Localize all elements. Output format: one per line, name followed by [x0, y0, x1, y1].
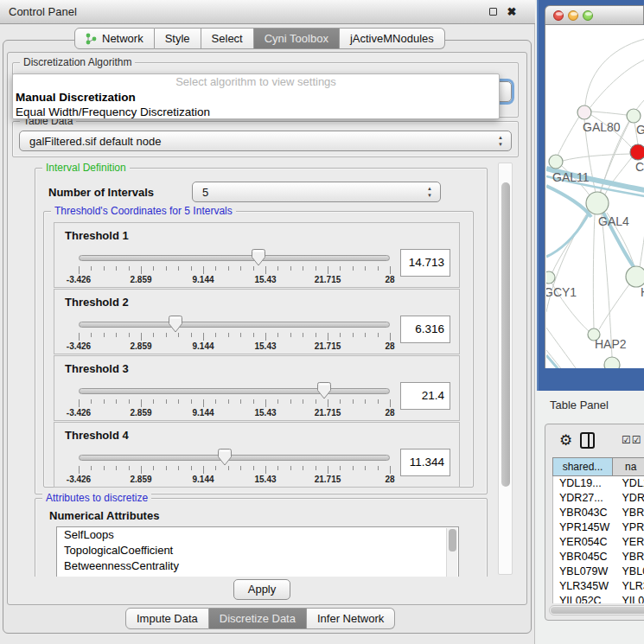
table-row[interactable]: YPR145WYPR1 — [553, 520, 644, 535]
bottom-tab-discretize-data[interactable]: Discretize Data — [209, 608, 307, 629]
dropdown-placeholder-item[interactable]: Select algorithm to view settings — [13, 74, 499, 90]
bottom-tab-impute-data[interactable]: Impute Data — [125, 608, 209, 629]
numerical-attributes-list[interactable]: SelfLoopsTopologicalCoefficientBetweenne… — [56, 526, 459, 577]
table-row[interactable]: YBR045CYBR0 — [553, 550, 644, 564]
tab-jactivemnodules[interactable]: jActiveMNodules — [340, 28, 445, 49]
tick-mark — [228, 333, 229, 337]
dropdown-item[interactable]: Manual Discretization — [13, 90, 499, 105]
network-node-h[interactable] — [626, 266, 644, 287]
cell-name: YPR1 — [614, 520, 644, 535]
threshold-value-field[interactable]: 14.713 — [400, 249, 450, 277]
attribute-list-item[interactable]: BetweennessCentrality — [57, 558, 458, 574]
apply-button[interactable]: Apply — [233, 579, 290, 600]
dropdown-item[interactable]: Equal Width/Frequency Discretization — [13, 105, 499, 119]
network-edge[interactable] — [585, 39, 644, 105]
spinner-arrows-icon[interactable]: ▲▼ — [427, 185, 432, 199]
tick-label: 21.715 — [315, 275, 341, 284]
network-edge[interactable] — [599, 284, 629, 329]
cell-shared-name: YIL052C — [553, 594, 614, 603]
table-row[interactable]: YBR043CYBR0 — [553, 506, 644, 520]
tick-mark — [378, 399, 379, 404]
tick-mark — [265, 333, 266, 341]
num-intervals-spinner[interactable]: 5 ▲▼ — [192, 182, 441, 202]
threshold-value-field[interactable]: 21.4 — [400, 382, 450, 410]
table-row[interactable]: YDR27...YDR2 — [553, 491, 644, 506]
table-row[interactable]: YLR345WYLR3 — [553, 579, 644, 594]
minimize-traffic-light-icon[interactable] — [568, 10, 578, 21]
network-node-c[interactable] — [630, 144, 644, 160]
tab-network[interactable]: Network — [74, 28, 155, 49]
column-layout-icon[interactable] — [580, 432, 595, 449]
network-edge[interactable] — [640, 233, 644, 267]
threshold-slider[interactable]: -3.4262.8599.14415.4321.71528 — [79, 317, 390, 352]
cell-name: YBR0 — [614, 506, 644, 520]
tick-label: 9.144 — [192, 275, 214, 284]
table-row[interactable]: YIL052CYIL0 — [553, 594, 644, 603]
threshold-slider[interactable]: -3.4262.8599.14415.4321.71528 — [79, 384, 390, 418]
tick-mark — [215, 333, 216, 337]
network-node-gal80[interactable] — [577, 105, 591, 119]
threshold-value-field[interactable]: 6.316 — [400, 316, 450, 343]
tick-mark — [340, 466, 341, 470]
checkbox-icons[interactable]: ☑☑ — [622, 434, 642, 446]
settings-gear-icon[interactable]: ⚙ — [559, 431, 572, 450]
table-header-row: shared...na — [552, 457, 644, 476]
settings-scroll-area: Interval Definition Number of Intervals … — [10, 161, 494, 577]
network-node-ga[interactable] — [627, 109, 641, 123]
network-edge[interactable] — [563, 154, 630, 161]
tick-mark — [328, 333, 328, 341]
network-edge[interactable] — [590, 60, 644, 107]
tab-cyni-toolbox[interactable]: Cyni Toolbox — [254, 28, 340, 49]
tick-mark — [303, 399, 303, 404]
cell-shared-name: YDR27... — [553, 491, 614, 506]
network-view-canvas[interactable]: GAL80GACGAL11GAL4GCY1HHAP2 — [545, 25, 644, 368]
network-edge[interactable] — [591, 112, 627, 115]
network-node-gal4[interactable] — [586, 192, 609, 214]
float-window-icon[interactable] — [487, 6, 499, 18]
network-node-gcy1[interactable] — [546, 271, 555, 284]
tab-style[interactable]: Style — [155, 28, 201, 49]
table-row[interactable]: YER054CYER0 — [553, 535, 644, 550]
slider-track — [79, 255, 390, 261]
tick-label: 9.144 — [192, 475, 214, 484]
network-node-gal11[interactable] — [549, 155, 563, 169]
close-icon[interactable]: ✖ — [506, 6, 518, 18]
table-data-combobox[interactable]: galFiltered.sif default node ▲▼ — [19, 131, 512, 151]
column-header-name[interactable]: na — [613, 457, 644, 476]
tick-mark — [166, 333, 167, 337]
network-edge-highlighted[interactable] — [546, 186, 591, 217]
attributes-scrollbar[interactable] — [446, 528, 457, 577]
cell-shared-name: YLR345W — [553, 579, 614, 594]
network-node[interactable] — [604, 357, 620, 368]
close-traffic-light-icon[interactable] — [553, 10, 564, 21]
threshold-slider[interactable]: -3.4262.8599.14415.4321.71528 — [79, 450, 390, 485]
threshold-value-field[interactable]: 11.344 — [400, 449, 450, 476]
spinner-arrows-icon[interactable]: ▲▼ — [498, 134, 503, 148]
network-edge[interactable] — [593, 214, 595, 328]
column-header-shared-name[interactable]: shared... — [552, 457, 613, 476]
tick-label: 21.715 — [315, 341, 341, 351]
scrollbar-thumb[interactable] — [501, 182, 510, 487]
tick-mark — [203, 266, 204, 274]
scrollbar-thumb[interactable] — [551, 607, 644, 614]
network-edge[interactable] — [602, 214, 612, 357]
tick-mark — [116, 466, 117, 470]
bottom-tab-infer-network[interactable]: Infer Network — [307, 608, 395, 629]
tick-mark — [303, 333, 303, 337]
table-row[interactable]: YDL19...YDL1 — [553, 476, 644, 491]
cell-name: YLR3 — [614, 579, 644, 594]
network-edge[interactable] — [558, 117, 579, 156]
node-label: GCY1 — [546, 285, 577, 299]
network-edge[interactable] — [546, 350, 581, 368]
attribute-list-item[interactable]: TopologicalCoefficient — [57, 543, 458, 558]
table-row[interactable]: YBL079WYBL0 — [553, 564, 644, 579]
zoom-traffic-light-icon[interactable] — [583, 10, 593, 21]
tab-select[interactable]: Select — [201, 28, 254, 49]
threshold-slider[interactable]: -3.4262.8599.14415.4321.71528 — [79, 251, 390, 285]
attribute-list-item[interactable]: SelfLoops — [57, 527, 458, 543]
tick-mark — [353, 266, 354, 271]
table-panel-window: ⚙ ☑☑ shared...na YDL19...YDL1YDR27...YDR… — [545, 424, 644, 621]
settings-vertical-scrollbar[interactable] — [498, 163, 513, 575]
table-horizontal-scrollbar[interactable] — [549, 605, 644, 615]
network-edge-highlighted[interactable] — [546, 355, 577, 368]
